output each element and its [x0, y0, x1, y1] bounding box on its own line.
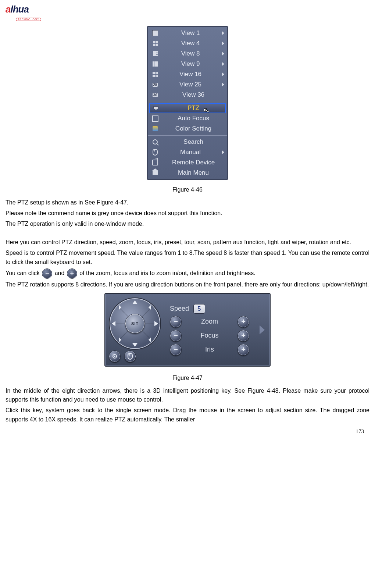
menu-color-setting[interactable]: Color Setting [148, 124, 227, 134]
paragraph: Here you can control PTZ direction, spee… [6, 238, 369, 247]
page-number: 173 [356, 428, 364, 435]
view4-icon [151, 40, 159, 47]
paragraph: Speed is to control PTZ movement speed. … [6, 249, 369, 267]
ptz-up-button[interactable] [132, 300, 138, 304]
submenu-arrow-icon [222, 31, 224, 35]
zoom-label: Zoom [186, 318, 233, 325]
menu-label: Manual [162, 149, 218, 156]
expand-arrow-icon[interactable] [260, 325, 265, 334]
menu-main-menu[interactable]: Main Menu [148, 168, 227, 178]
menu-auto-focus[interactable]: Auto Focus [148, 113, 227, 124]
svg-point-1 [114, 356, 115, 357]
menu-label: View 9 [162, 60, 218, 68]
paragraph: Click this key, system goes back to the … [6, 406, 369, 424]
text-span: You can click [6, 270, 41, 276]
submenu-arrow-icon [222, 52, 224, 56]
menu-view-25[interactable]: 25 View 25 [148, 79, 227, 90]
menu-view-16[interactable]: View 16 [148, 69, 227, 79]
focus-out-button[interactable]: − [170, 330, 182, 342]
submenu-arrow-icon [222, 62, 224, 66]
ptz-sit-button[interactable]: SIT [125, 314, 145, 334]
paragraph: The PTZ rotation supports 8 directions. … [6, 280, 369, 289]
paragraph: Please note the commend name is grey onc… [6, 209, 369, 218]
menu-label: Color Setting [162, 125, 224, 132]
speed-label: Speed [170, 305, 189, 313]
menu-label: View 1 [162, 29, 218, 37]
mouse-icon [151, 149, 159, 156]
menu-label: Remote Device [162, 159, 224, 166]
view1-icon [151, 30, 159, 36]
ptz-down-button[interactable] [132, 343, 138, 347]
autofocus-icon [151, 115, 159, 122]
menu-view-4[interactable]: View 4 [148, 38, 227, 49]
menu-view-9[interactable]: View 9 [148, 59, 227, 69]
view9-icon [151, 61, 159, 67]
menu-ptz[interactable]: PTZ ↖ [149, 103, 226, 113]
menu-view-8[interactable]: View 8 [148, 49, 227, 59]
iris-label: Iris [186, 346, 233, 353]
search-icon [151, 139, 159, 145]
menu-label: View 4 [162, 40, 218, 47]
logo-sub: TECHNOLOGY [16, 18, 41, 21]
focus-in-button[interactable]: + [238, 330, 249, 342]
menu-label: Main Menu [162, 169, 224, 177]
ptz-mouse-button[interactable] [124, 350, 136, 362]
paragraph: You can click − and + of the zoom, focus… [6, 268, 369, 279]
view25-icon: 25 [151, 81, 159, 88]
view8-icon [151, 50, 159, 57]
menu-remote-device[interactable]: Remote Device [148, 157, 227, 168]
menu-search[interactable]: Search [148, 137, 227, 147]
view16-icon [151, 71, 159, 78]
paragraph: The PTZ setup is shown as in See Figure … [6, 198, 369, 207]
menu-label: PTZ [163, 104, 224, 112]
figure-caption-46: Figure 4-46 [6, 186, 369, 193]
color-icon [151, 125, 159, 132]
menu-view-1[interactable]: View 1 [148, 28, 227, 38]
submenu-arrow-icon [222, 42, 224, 45]
logo-red: a [6, 4, 10, 15]
submenu-arrow-icon [222, 83, 224, 86]
iris-out-button[interactable]: − [170, 344, 182, 356]
iris-in-button[interactable]: + [238, 344, 249, 356]
ptz-panel: SIT Speed 5 − Zoom [104, 293, 271, 367]
logo: alhua TECHNOLOGY [6, 4, 369, 22]
zoom-in-button[interactable]: + [238, 316, 249, 328]
figure-caption-47: Figure 4-47 [6, 375, 369, 381]
text-span: of the zoom, focus and iris to zoom in/o… [79, 270, 256, 276]
menu-label: Auto Focus [162, 115, 224, 122]
focus-label: Focus [186, 332, 233, 339]
ptz-direction-pad: SIT [109, 297, 161, 350]
context-menu: View 1 View 4 View 8 View 9 [147, 26, 228, 180]
ptz-right-button[interactable] [154, 321, 158, 326]
home-icon [151, 170, 159, 176]
menu-label: View 25 [162, 81, 218, 88]
speed-value[interactable]: 5 [193, 304, 205, 314]
ptz-icon [152, 105, 160, 111]
paragraph: In the middle of the eight direction arr… [6, 386, 369, 405]
plus-icon: + [67, 268, 77, 279]
menu-label: View 36 [162, 91, 224, 99]
menu-manual[interactable]: Manual [148, 147, 227, 157]
logo-blue: lhua [10, 4, 28, 15]
ptz-settings-button[interactable] [109, 350, 121, 362]
menu-label: Search [162, 138, 224, 146]
zoom-out-button[interactable]: − [170, 316, 182, 328]
ptz-left-button[interactable] [112, 321, 115, 326]
minus-icon: − [42, 268, 52, 279]
text-span: and [55, 270, 66, 276]
paragraph: The PTZ operation is only valid in one-w… [6, 220, 369, 229]
view36-icon: 36 [151, 92, 159, 98]
menu-label: View 8 [162, 50, 218, 57]
submenu-arrow-icon [222, 72, 224, 76]
menu-label: View 16 [162, 71, 218, 78]
submenu-arrow-icon [222, 150, 224, 154]
remote-icon [151, 159, 159, 166]
menu-view-36[interactable]: 36 View 36 [148, 90, 227, 100]
